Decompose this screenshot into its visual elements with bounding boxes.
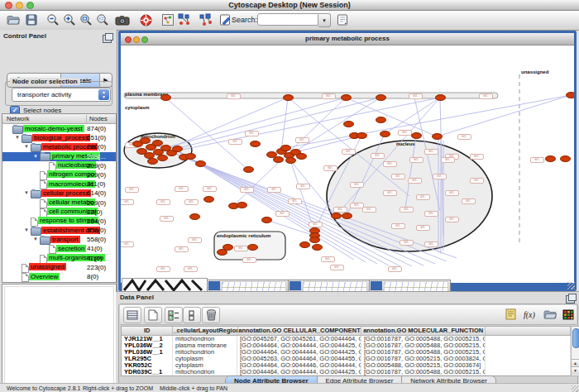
table-cell[interactable]: [GO:0044464, GO:0044444, GO:0044425, G..… [237,349,361,356]
tree-item-secretion[interactable]: secretion41(0) [2,244,116,253]
table-cell[interactable] [486,336,571,342]
zoom-in-icon[interactable] [61,12,78,27]
network-node[interactable] [341,94,352,101]
zoom-out-icon[interactable] [45,12,61,27]
table-cell[interactable]: mitochondrion [173,336,237,342]
network-node[interactable] [296,153,307,160]
attribute-table[interactable]: ID_cellularLayoutRegionannotation.GO CEL… [121,326,572,376]
table-row[interactable]: YPL036W__2plasma membrane[GO:0044464, GO… [122,342,571,349]
table-cell[interactable]: cytoplasm [173,356,237,362]
open-icon[interactable] [5,12,22,27]
zoom-view-icon[interactable] [141,36,148,43]
network-canvas[interactable]: plasma membrane cytoplasm mitochondrion … [121,45,574,283]
network-node[interactable] [411,132,422,139]
table-cell[interactable]: YPL036W__1 [122,349,173,356]
network-node[interactable] [172,146,183,152]
table-cell[interactable]: YKR052C [122,362,173,369]
table-cell[interactable] [486,342,571,349]
node-color-combo[interactable]: transporter activity ▲▼ [12,88,111,102]
network-node[interactable] [432,133,443,140]
tree-item-metabolic-process[interactable]: ▼metabolic process280(0) [2,142,116,151]
annotation-note-icon[interactable] [502,307,519,322]
network-node[interactable] [312,244,323,251]
network-node[interactable] [376,117,386,123]
network-node[interactable] [243,166,254,173]
tree-item-nucleobase-[interactable]: nucleobase-209(0) [2,161,116,170]
save-icon[interactable] [23,12,40,27]
table-cell[interactable]: YPL036W__2 [122,342,173,349]
search-input[interactable] [257,13,318,26]
vizmapper-icon[interactable] [160,12,176,27]
network-node[interactable] [160,94,171,101]
table-cell[interactable]: [GO:0016787, GO:0005215, GO:0003824, G..… [361,356,486,362]
table-cell[interactable]: [GO:0044464, GO:0044446, GO:0044444, G..… [237,362,361,369]
expand-arrow-icon[interactable]: ▼ [24,227,29,232]
column-header-1[interactable]: ID [122,327,173,335]
network-node[interactable] [299,241,310,248]
network-node[interactable] [356,132,367,139]
float-data-panel-icon[interactable] [566,295,575,304]
network-node[interactable] [247,244,258,251]
network-node[interactable] [140,137,151,144]
layout-alt-icon[interactable] [198,12,214,27]
delete-attribute-icon[interactable] [202,307,220,323]
frame-resize-grip[interactable] [567,282,575,289]
network-node[interactable] [223,244,233,251]
zoom-window-icon[interactable] [26,2,34,9]
network-node[interactable] [195,160,206,167]
table-row[interactable]: YJR121W__1mitochondrion[GO:0045267, GO:0… [122,336,571,342]
network-node[interactable] [237,202,247,208]
expand-arrow-icon[interactable]: ▼ [24,190,29,195]
network-node[interactable] [331,213,342,219]
network-node[interactable] [185,153,196,160]
table-cell[interactable]: YJR121W__1 [122,336,173,342]
network-node[interactable] [545,155,556,162]
close-view-icon[interactable] [125,36,132,43]
network-node[interactable] [147,158,158,165]
network-node[interactable] [250,141,261,147]
table-cell[interactable]: cytoplasm [173,362,237,369]
tree-item-cellular-process[interactable]: ▼cellular process614(0) [2,189,116,198]
network-node[interactable] [283,94,294,101]
network-overview-pane[interactable] [2,284,117,392]
search-dropdown-icon[interactable]: ▾ [318,13,331,27]
network-node[interactable] [189,213,200,220]
new-attribute-icon[interactable] [144,307,162,323]
expand-arrow-icon[interactable]: ▼ [33,154,38,159]
table-cell[interactable]: [GO:0045267, GO:0045261, GO:0044464, G..… [237,336,361,342]
table-row[interactable]: YLR295Ccytoplasm[GO:0045263, GO:0044464,… [122,356,571,362]
tree-item-overview[interactable]: Overview8(0) [2,272,116,281]
column-header-4[interactable]: annotation.GO MOLECULAR_FUNCTION [361,327,486,335]
tree-item-primary-metabo[interactable]: ▼primary metabo209(... [2,152,116,161]
scroll-down-icon[interactable]: ▼ [572,366,579,375]
table-cell[interactable]: [GO:0016787, GO:0005488, GO:0005215, G..… [361,336,486,342]
table-scrollbar[interactable]: ▲ ▼ [571,326,579,376]
column-header-filler[interactable] [486,327,571,335]
tree-item-multi-organism-pro[interactable]: multi-organism pro42(0) [2,254,116,263]
close-window-icon[interactable] [5,2,12,9]
table-cell[interactable] [486,362,571,369]
network-node[interactable] [273,156,284,163]
table-cell[interactable]: plasma membrane [173,342,237,349]
network-node[interactable] [343,121,354,127]
help-icon[interactable] [137,12,154,27]
expand-arrow-icon[interactable]: ▼ [24,144,29,149]
scrollbar-thumb[interactable] [572,328,579,348]
layout-icon[interactable] [176,12,193,27]
table-cell[interactable]: YDR039C__1 [122,369,173,375]
table-row[interactable]: YKR052Ccytoplasm[GO:0044464, GO:0044446,… [122,362,571,369]
minimize-view-icon[interactable] [133,36,140,43]
network-node[interactable] [203,196,214,203]
table-cell[interactable] [486,369,571,375]
table-cell[interactable]: [GO:0016787, GO:0005488, GO:0005215, G..… [361,342,486,349]
formula-icon[interactable]: f(x) [522,307,538,322]
tree-item-nitrogen-compo[interactable]: nitrogen compo209(0) [2,170,116,179]
minimize-window-icon[interactable] [16,2,23,9]
network-node[interactable] [261,217,272,223]
network-node[interactable] [376,94,386,101]
table-cell[interactable]: [GO:0016787, GO:0005488, GO:0005215, G..… [361,349,486,356]
tree-item-macromolecule[interactable]: macromolecule311(0) [2,179,116,189]
expand-arrow-icon[interactable]: ▼ [33,237,38,241]
select-attributes-icon[interactable] [165,307,183,323]
network-node[interactable] [157,155,168,161]
